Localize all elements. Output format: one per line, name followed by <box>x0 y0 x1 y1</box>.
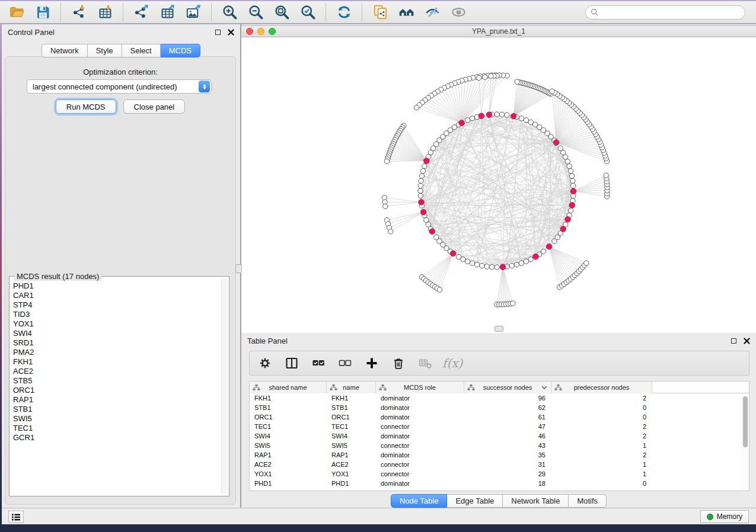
select-all-button[interactable] <box>309 353 328 373</box>
toolbar-group <box>6 3 53 22</box>
export-image-button[interactable] <box>183 3 204 22</box>
mcds-result-item[interactable]: ACE2 <box>13 367 221 376</box>
tab-edge-table[interactable]: Edge Table <box>447 494 503 508</box>
table-row[interactable]: RAP1RAP1dominator352 <box>250 450 749 460</box>
search-box[interactable] <box>585 5 745 20</box>
node-table-body: FKH1FKH1dominator962STB1STB1dominator620… <box>250 393 749 488</box>
tab-node-table[interactable]: Node Table <box>391 494 448 508</box>
status-list-button[interactable] <box>8 511 24 523</box>
column-header-label: MCDS role <box>404 384 436 391</box>
table-panel-float-button[interactable] <box>731 338 736 344</box>
column-header-successor-nodes[interactable]: successor nodes <box>464 382 551 393</box>
mcds-result-item[interactable]: ORC1 <box>13 386 221 395</box>
zoom-in-button[interactable] <box>219 3 240 22</box>
column-header-MCDS-role[interactable]: MCDS role <box>376 382 464 393</box>
import-network-button[interactable] <box>68 3 90 22</box>
mcds-result-item[interactable]: STB1 <box>13 405 221 414</box>
export-table-button[interactable] <box>157 3 178 22</box>
mcds-result-item[interactable]: STB5 <box>13 376 221 386</box>
toolbar-group <box>333 3 355 22</box>
control-panel-title: Control Panel <box>8 28 215 37</box>
table-row[interactable]: ORC1ORC1dominator610 <box>250 412 749 422</box>
mcds-result-item[interactable]: STP4 <box>13 300 221 310</box>
control-panel-close-button[interactable] <box>228 29 234 36</box>
refresh-button[interactable] <box>333 3 355 22</box>
select-stepper-icon <box>199 81 210 92</box>
settings-button[interactable] <box>256 353 275 373</box>
mcds-result-item[interactable]: PHD1 <box>13 281 221 291</box>
mcds-result-item[interactable]: CAR1 <box>13 291 221 300</box>
import-table-button[interactable] <box>94 3 116 22</box>
table-row[interactable]: ACE2ACE2connector311 <box>250 460 749 469</box>
first-neighbors-button[interactable] <box>395 3 417 22</box>
zoom-fit-button[interactable] <box>271 3 292 22</box>
save-icon <box>35 4 51 20</box>
optimization-criterion-label: Optimization criterion: <box>5 68 235 76</box>
mcds-result-item[interactable]: TID3 <box>13 310 221 319</box>
open-button[interactable] <box>6 3 27 22</box>
mcds-result-item[interactable]: YOX1 <box>13 319 221 329</box>
tab-select[interactable]: Select <box>122 44 161 57</box>
table-row[interactable]: PHD1PHD1dominator180 <box>250 479 749 488</box>
mcds-result-item[interactable]: PMA2 <box>13 348 221 357</box>
hide-selected-button[interactable] <box>422 3 443 22</box>
table-cell: SWI5 <box>250 441 327 450</box>
clone-network-button[interactable] <box>369 3 391 22</box>
column-header-name[interactable]: name <box>327 382 376 393</box>
memory-button[interactable]: Memory <box>700 510 749 523</box>
table-cell: RAP1 <box>250 450 327 460</box>
memory-label: Memory <box>717 512 742 521</box>
tab-network-table[interactable]: Network Table <box>503 494 569 508</box>
mcds-list-scrollbar[interactable] <box>221 279 228 493</box>
control-panel-float-button[interactable] <box>215 30 221 35</box>
save-button[interactable] <box>32 3 53 22</box>
mcds-result-item[interactable]: SWI4 <box>13 329 221 338</box>
tab-motifs[interactable]: Motifs <box>569 494 607 508</box>
search-input[interactable] <box>602 8 740 17</box>
table-cell: YOX1 <box>327 469 376 479</box>
optimization-criterion-select[interactable]: largest connected component (undirected) <box>27 79 212 94</box>
table-row[interactable]: STB1STB1dominator620 <box>250 403 749 412</box>
table-panel-close-button[interactable] <box>744 338 750 344</box>
export-network-button[interactable] <box>130 3 152 22</box>
open-icon <box>9 4 25 20</box>
tab-network[interactable]: Network <box>42 44 88 57</box>
node-table: shared namenameMCDS rolesuccessor nodesp… <box>249 381 749 491</box>
add-column-button[interactable] <box>362 353 381 373</box>
mcds-result-item[interactable]: SRD1 <box>13 338 221 348</box>
mcds-buttons-row: Run MCDS Close panel <box>5 100 235 114</box>
vertical-splitter-grip[interactable] <box>235 264 242 273</box>
control-panel-tabs: NetworkStyleSelectMCDS <box>2 44 240 57</box>
table-cell: connector <box>376 441 464 450</box>
table-row[interactable]: YOX1YOX1connector291 <box>250 469 749 479</box>
column-type-icon <box>467 384 475 391</box>
network-view-canvas[interactable] <box>241 38 756 333</box>
tab-style[interactable]: Style <box>88 44 122 57</box>
table-scrollbar-thumb[interactable] <box>743 396 748 447</box>
delete-column-button[interactable] <box>389 353 408 373</box>
close-panel-button[interactable]: Close panel <box>123 100 186 114</box>
network-graph[interactable] <box>241 38 756 332</box>
mcds-result-item[interactable]: RAP1 <box>13 395 221 405</box>
mcds-result-item[interactable]: FKH1 <box>13 357 221 367</box>
run-mcds-button[interactable]: Run MCDS <box>56 100 116 114</box>
table-row[interactable]: SWI4SWI4dominator462 <box>250 431 749 441</box>
table-scrollbar-track[interactable] <box>741 394 749 491</box>
show-all-button[interactable] <box>448 3 469 22</box>
mcds-result-item[interactable]: TEC1 <box>13 424 221 433</box>
zoom-out-button[interactable] <box>245 3 266 22</box>
hide-selected-icon <box>425 4 441 20</box>
table-cell: 96 <box>464 393 551 403</box>
horizontal-splitter-grip[interactable] <box>495 326 503 332</box>
unselect-all-button[interactable] <box>336 353 355 373</box>
zoom-selected-button[interactable] <box>297 3 318 22</box>
table-row[interactable]: SWI5SWI5connector431 <box>250 441 749 450</box>
table-row[interactable]: TEC1TEC1connector472 <box>250 422 749 431</box>
mcds-result-item[interactable]: SWI5 <box>13 414 221 424</box>
column-header-predecessor-nodes[interactable]: predecessor nodes <box>551 382 652 393</box>
column-header-shared-name[interactable]: shared name <box>250 382 327 393</box>
mcds-result-item[interactable]: GCR1 <box>13 433 221 443</box>
table-row[interactable]: FKH1FKH1dominator962 <box>250 393 749 403</box>
split-pane-button[interactable] <box>282 353 301 373</box>
tab-mcds[interactable]: MCDS <box>161 44 200 57</box>
